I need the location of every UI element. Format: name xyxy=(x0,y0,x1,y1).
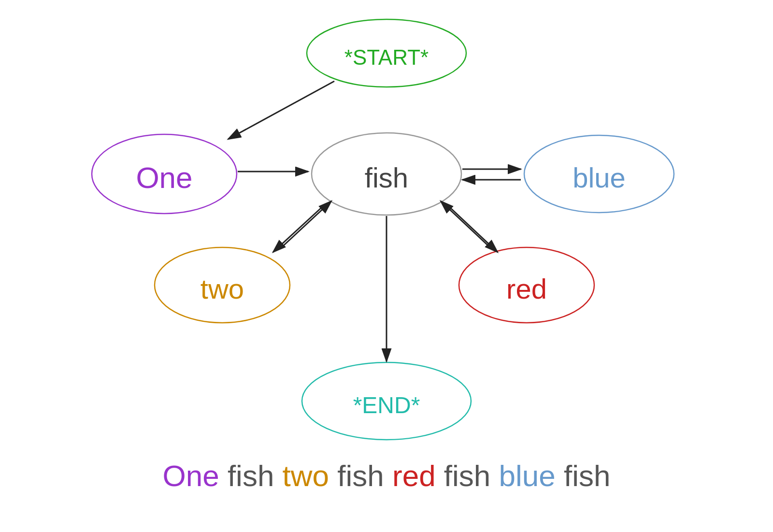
arrow-two-fish-up xyxy=(284,201,331,245)
arrow-start-one xyxy=(228,81,334,139)
arrow-fish-red-down xyxy=(450,208,498,252)
diagram-svg: *START* *END* fish One blue two red xyxy=(0,0,773,532)
red-label: red xyxy=(506,273,547,304)
start-label: *START* xyxy=(344,45,429,69)
one-label: One xyxy=(136,161,192,194)
two-label: two xyxy=(200,273,244,304)
blue-label: blue xyxy=(573,162,626,193)
bottom-sentence: One fish two fish red fish blue fish xyxy=(162,459,610,492)
end-label: *END* xyxy=(353,392,420,418)
fish-label: fish xyxy=(365,162,408,193)
arrow-fish-two-down xyxy=(273,208,321,252)
arrow-red-fish-up xyxy=(441,201,488,245)
diagram-container: *START* *END* fish One blue two red xyxy=(0,0,773,532)
